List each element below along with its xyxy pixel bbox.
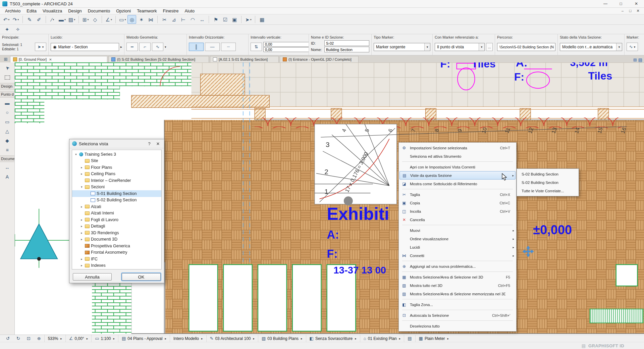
tree-item[interactable]: Prospettiva Generica [72,243,161,249]
nav-back-icon[interactable]: ↺ [3,335,13,342]
vertical-range-bottom-input[interactable] [263,47,309,52]
tree-item[interactable]: ▾Training Series 3 [72,151,161,158]
dialog-close-button[interactable]: ✕ [155,141,161,146]
context-menu-item[interactable]: ▦Mostra Selezione/Area di Selezione nel … [399,273,516,281]
tree-item[interactable]: Alzati Interni [72,210,161,217]
stair-tool-icon[interactable]: ≡ [2,146,12,154]
menu-item-visualizza[interactable]: Visualizza [40,8,65,14]
beam-tool-icon[interactable]: ▭ [2,118,12,126]
layout-set[interactable]: ▤04 Plans - Approval▸ [118,335,170,342]
geometry-method-staggered-icon[interactable]: ⌐ [139,43,151,51]
context-menu-item[interactable]: ▤Viste da questa Sezione▸ [399,171,516,180]
submenu-item[interactable]: S-02 Building Section [517,178,579,187]
element-snap-icon[interactable]: ◎ [127,15,136,24]
dialog-help-button[interactable]: ? [146,141,153,146]
fill-type-icon[interactable]: ▨▾ [67,15,76,24]
context-menu-item[interactable]: ⊡Autoscala la SelezioneCtrl+Shift+' [399,311,516,319]
input-tracker-icon[interactable]: ▤ [404,335,415,342]
menu-item-finestre[interactable]: Finestre [160,8,181,14]
geometry-method-dropdown-icon[interactable]: ▾ [165,45,166,49]
marquee-icon[interactable] [2,73,12,82]
document-tab[interactable]: [A.02.1 S-01 Building Section] [210,56,279,62]
menu-item-documento[interactable]: Documento [85,8,113,14]
dimension-unit[interactable]: ▦Plain Meter▸ [415,335,452,342]
trim-icon[interactable]: ✂ [160,15,169,24]
tree-item[interactable]: S-02 Building Section [72,197,161,204]
tree-item[interactable]: ▸IFC [72,256,161,262]
coordinates-icon[interactable]: ✧ [13,25,22,34]
expand-arrow-icon[interactable]: ▸ [80,238,84,241]
expand-arrow-icon[interactable]: ▸ [80,257,84,261]
tree-item[interactable]: S-01 Building Section [72,190,161,197]
tab-close-icon[interactable]: ✕ [49,58,52,61]
horizontal-range-limited-icon[interactable]: — [205,43,220,51]
toolbox-group-label[interactable]: Design [0,83,14,90]
undo-icon[interactable]: ↶▾ [2,15,11,24]
line-type-icon[interactable]: ∕▾ [48,15,57,24]
column-tool-icon[interactable]: ○ [2,108,12,116]
context-menu-item[interactable]: ⚙Impostazioni Sezione selezionataCtrl+T [399,144,516,152]
element-default-settings-button[interactable]: ➤▾ [35,43,46,51]
magnifier-icon[interactable]: ⊕ [34,335,44,342]
geometry-method-curved-icon[interactable]: ∿ [152,43,163,51]
doc-minimize-button[interactable]: ‒ [619,9,626,13]
flag-check-icon[interactable]: ☑ [221,15,229,24]
nav-forward-icon[interactable]: ↻ [13,335,23,342]
fillet-icon[interactable]: ◠ [188,15,197,24]
document-tab[interactable]: (I) S-02 Building Section [S-02 Building… [108,56,209,62]
section-status-select[interactable]: Modello con r...e automatica ▾ [560,43,622,51]
doc-close-button[interactable]: ✕ [635,9,641,13]
gravity-icon[interactable]: ◇ [91,15,99,24]
context-menu-item[interactable]: ◧Taglia Zona... [399,300,516,309]
context-menu-item[interactable]: ◫IncollaCtrl+V [399,207,516,215]
context-menu-item[interactable]: Muovi▸ [399,226,516,235]
quick-options-icon[interactable]: ▤ [638,57,642,62]
section-id-input[interactable] [324,40,369,46]
ok-button[interactable]: OK [122,273,161,281]
close-button[interactable]: ✕ [629,0,644,7]
dimension-tool-icon[interactable]: ↔ [2,163,12,171]
context-menu-item[interactable]: ✂TagliaCtrl+X [399,190,516,199]
redo-icon[interactable]: ↷▾ [11,15,20,24]
tree-item[interactable]: ▸Indexes [72,262,161,269]
context-menu-item[interactable]: Apri con le Impostazioni Vista Correnti [399,163,516,171]
view-path-field[interactable]: \Sezioni\S-02 Building Section (N [497,43,555,51]
roof-tool-icon[interactable]: △ [2,127,12,135]
section-name-input[interactable] [324,47,369,52]
expand-arrow-icon[interactable]: ▾ [80,185,84,189]
renovation-filter[interactable]: ⌂01 Existing Plan▸ [360,335,404,342]
graphic-override[interactable]: ◧Senza Sovrascritture▸ [306,335,360,342]
horizontal-range-infinite-icon[interactable]: ║ [189,43,204,51]
split-icon[interactable]: ⊿ [169,15,178,24]
intersect-icon[interactable]: ⋈ [146,15,155,24]
document-tab[interactable]: [0. Ground Floor]✕ [10,56,107,62]
expand-arrow-icon[interactable]: ▸ [80,166,84,169]
expand-arrow-icon[interactable]: ▾ [74,153,78,156]
adjust-icon[interactable]: ⊢ [179,15,187,24]
context-menu-item[interactable]: ▣CopiaCtrl+C [399,199,516,207]
tree-item[interactable]: Site [72,158,161,164]
object-tool-icon[interactable]: ◆ [2,137,12,145]
submenu-item[interactable]: Tutte le Viste Correlate... [517,187,579,195]
layer-field[interactable]: ◉ Marker - Section [51,43,119,51]
context-menu-item[interactable]: ⊕Aggiungi ad una nuova problematica... [399,262,516,270]
grid-snap-icon[interactable]: ⊞▾ [81,15,90,24]
tree-item[interactable]: ▸3D Renderings [72,230,161,236]
menu-item-edita[interactable]: Edita [23,8,40,14]
drawing-scale[interactable]: ▭1:100▸ [91,335,118,342]
expand-arrow-icon[interactable]: ▸ [80,264,84,267]
expand-arrow-icon[interactable]: ▸ [80,205,84,208]
duplicate-icon[interactable]: ▣ [230,15,239,24]
resize-icon[interactable]: ↔ [198,15,206,24]
layer-combination[interactable]: ▧03 Building Plans▸ [258,335,306,342]
submenu-item[interactable]: S-02 Building Section [517,170,579,178]
favorites-icon[interactable]: ✦ [3,25,11,34]
tree-item[interactable]: ▾Sezioni [72,184,161,191]
marquee-frame-icon[interactable]: ▭▾ [118,15,127,24]
context-menu-item[interactable]: Lucidi▸ [399,243,516,251]
toolbox-group-label[interactable]: Docume [0,155,14,162]
context-menu-item[interactable]: ✕Cancella [399,215,516,224]
magic-wand-icon[interactable]: ✶ [137,15,146,24]
pen-color-icon[interactable]: ▬▾ [58,15,67,24]
marker-reference-select[interactable]: Il punto di vista ▾ [435,43,485,51]
